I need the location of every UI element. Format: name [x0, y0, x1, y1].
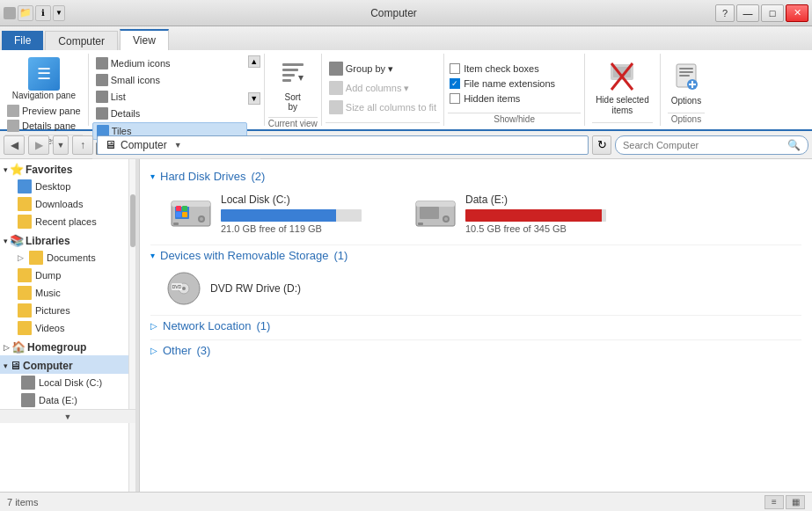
- group-by-button[interactable]: Group by ▾: [326, 60, 440, 77]
- other-title: Other: [163, 344, 192, 357]
- layout-details[interactable]: Details: [92, 106, 247, 121]
- svg-text:DVD: DVD: [172, 284, 182, 289]
- tab-file[interactable]: File: [2, 31, 43, 50]
- tab-computer[interactable]: Computer: [45, 31, 118, 50]
- nav-back[interactable]: ◀: [4, 135, 25, 155]
- nav-up[interactable]: ↑: [72, 135, 93, 155]
- other-header[interactable]: ▷ Other (3): [150, 339, 801, 361]
- desktop-icon: [18, 179, 32, 193]
- ribbon-group-showhide: Item check boxes ✓ File name extensions …: [444, 54, 585, 126]
- layout-scroll-up[interactable]: ▲: [248, 55, 260, 68]
- sidebar-item-desktop[interactable]: Desktop: [0, 178, 135, 195]
- drive-c-item[interactable]: Local Disk (C:) 21.0 GB free of 119 GB: [165, 190, 402, 237]
- drive-e-item[interactable]: Data (E:) 10.5 GB free of 345 GB: [409, 190, 647, 237]
- preview-pane-button[interactable]: Preview pane: [5, 104, 83, 118]
- libraries-icon: 📚: [10, 234, 24, 247]
- view-grid-button[interactable]: ▦: [786, 495, 805, 509]
- window-title: Computer: [72, 7, 715, 19]
- layout-list[interactable]: List: [92, 89, 247, 105]
- layout-small-icons[interactable]: Small icons: [92, 72, 247, 88]
- svg-rect-10: [679, 68, 693, 69]
- status-bar: 7 items ≡ ▦: [0, 492, 812, 511]
- dump-icon: [18, 268, 32, 282]
- computer-icon: 🖥: [10, 359, 21, 372]
- item-checkboxes-checkbox[interactable]: [450, 63, 460, 74]
- hidden-items-option[interactable]: Hidden items: [448, 92, 581, 105]
- drive-e-free: 10.5 GB free of 345 GB: [465, 223, 643, 234]
- item-checkboxes-option[interactable]: Item check boxes: [448, 62, 581, 75]
- pictures-icon: [18, 303, 32, 318]
- downloads-icon: [18, 197, 32, 211]
- section-hard-disk: ▾ Hard Disk Drives (2): [150, 166, 801, 241]
- sidebar-computer-header[interactable]: ▾ 🖥 Computer: [0, 355, 135, 374]
- hide-selected-button[interactable]: Hide selected items: [592, 56, 653, 120]
- sidebar-libraries-header[interactable]: ▾ 📚 Libraries: [0, 230, 135, 249]
- nav-dropdown[interactable]: ▼: [53, 135, 69, 155]
- sidebar-item-downloads[interactable]: Downloads: [0, 195, 135, 213]
- removable-header[interactable]: ▾ Devices with Removable Storage (1): [150, 245, 801, 266]
- sidebar-favorites-header[interactable]: ▾ ⭐ Favorites: [0, 159, 135, 178]
- quick-access-toolbar: 📁 ℹ ▼: [4, 5, 65, 21]
- documents-icon: [29, 251, 43, 265]
- sidebar-scrollbar-thumb[interactable]: [130, 194, 135, 247]
- hard-disk-header[interactable]: ▾ Hard Disk Drives (2): [150, 166, 801, 186]
- network-header[interactable]: ▷ Network Location (1): [150, 315, 801, 336]
- sidebar-item-pictures[interactable]: Pictures: [0, 302, 135, 319]
- drive-c-free: 21.0 GB free of 119 GB: [221, 223, 399, 234]
- search-input[interactable]: [623, 140, 784, 150]
- layout-medium-icons[interactable]: Medium icons: [92, 55, 247, 71]
- hidden-items-checkbox[interactable]: [450, 93, 460, 104]
- qat-properties[interactable]: ℹ: [35, 5, 51, 21]
- sidebar-item-videos[interactable]: Videos: [0, 319, 135, 337]
- svg-rect-24: [176, 212, 181, 217]
- svg-rect-1: [282, 69, 298, 71]
- path-chevron[interactable]: ▼: [174, 141, 182, 150]
- svg-rect-11: [679, 71, 693, 73]
- videos-icon: [18, 321, 32, 335]
- window-controls: ? — □ ✕: [715, 4, 808, 22]
- sidebar-item-documents[interactable]: ▷ Documents: [0, 249, 135, 266]
- computer-label: Computer: [23, 360, 73, 372]
- maximize-button[interactable]: □: [761, 4, 784, 22]
- svg-rect-15: [689, 84, 696, 85]
- nav-pane-button[interactable]: ☰ Navigation pane: [5, 55, 83, 102]
- sort-by-button[interactable]: Sortby: [275, 55, 311, 115]
- sidebar-item-recent[interactable]: Recent places: [0, 213, 135, 230]
- options-button[interactable]: Options: [668, 57, 705, 109]
- details-pane-button[interactable]: Details pane: [5, 119, 83, 133]
- close-button[interactable]: ✕: [786, 4, 808, 22]
- layout-scroll-down[interactable]: ▼: [248, 92, 260, 105]
- size-columns-button[interactable]: Size all columns to fit: [326, 99, 440, 116]
- view-list-button[interactable]: ≡: [764, 495, 784, 509]
- sidebar-scroll-down[interactable]: ▼: [0, 409, 135, 423]
- sidebar-scrollbar-track[interactable]: [128, 159, 135, 492]
- dvd-item[interactable]: DVD DVD RW Drive (D:): [150, 266, 801, 311]
- address-path-bar[interactable]: 🖥 Computer ▼: [97, 135, 589, 155]
- svg-point-20: [200, 217, 203, 221]
- file-name-extensions-option[interactable]: ✓ File name extensions: [448, 77, 581, 90]
- sidebar-item-music[interactable]: Music: [0, 284, 135, 302]
- file-ext-checkbox[interactable]: ✓: [450, 78, 460, 89]
- minimize-button[interactable]: —: [736, 4, 759, 22]
- tab-view[interactable]: View: [120, 29, 169, 50]
- sidebar-item-local-disk[interactable]: Local Disk (C:): [0, 374, 135, 391]
- sidebar-item-dump[interactable]: Dump: [0, 266, 135, 284]
- ribbon-group-sort: Sortby Current view: [265, 54, 322, 126]
- favorites-arrow: ▾: [4, 165, 8, 174]
- nav-forward[interactable]: ▶: [28, 135, 49, 155]
- ribbon-group-currentview: Group by ▾ Add columns ▾ Size all column…: [322, 54, 444, 126]
- svg-rect-22: [176, 206, 181, 211]
- libraries-label: Libraries: [26, 235, 70, 247]
- search-box[interactable]: 🔍: [615, 135, 808, 155]
- help-button[interactable]: ?: [715, 4, 735, 22]
- qat-dropdown[interactable]: ▼: [53, 5, 65, 21]
- ribbon-group-hideselected: Hide selected items: [585, 54, 661, 126]
- drive-e-name: Data (E:): [465, 193, 643, 206]
- refresh-button[interactable]: ↻: [592, 135, 611, 155]
- music-icon: [18, 286, 32, 300]
- sidebar-item-data-drive[interactable]: Data (E:): [0, 391, 135, 409]
- qat-new-folder[interactable]: 📁: [18, 5, 33, 21]
- other-count: (3): [197, 344, 211, 357]
- sidebar-homegroup-header[interactable]: ▷ 🏠 Homegroup: [0, 337, 135, 355]
- add-columns-button[interactable]: Add columns ▾: [326, 79, 440, 97]
